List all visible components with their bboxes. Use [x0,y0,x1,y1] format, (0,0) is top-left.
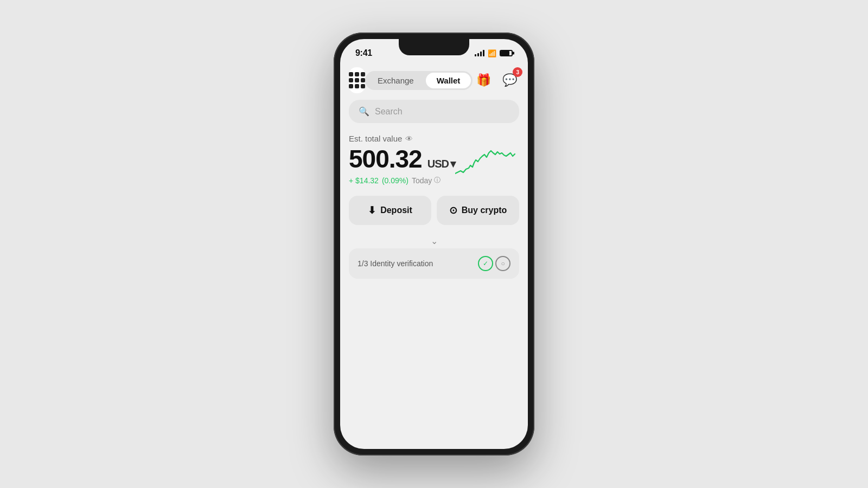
chat-button[interactable]: 💬 3 [499,69,520,91]
deposit-label: Deposit [380,206,412,215]
tab-exchange[interactable]: Exchange [367,73,425,88]
gift-button[interactable]: 🎁 [473,69,494,91]
search-wrap: 🔍 Search [349,100,519,123]
balance-amount: 500.32 USD ▾ [349,146,455,171]
chat-badge: 3 [513,67,522,77]
tab-group: Exchange Wallet [365,71,473,90]
grid-menu-button[interactable] [349,67,365,93]
identity-text: 1/3 Identity verification [358,259,433,268]
change-today: Today ⓘ [412,176,441,185]
eye-icon[interactable]: 👁 [405,134,413,143]
grid-icon [349,72,365,88]
chevron-down-icon[interactable]: ⌄ [431,236,438,246]
chart-svg [455,141,520,184]
balance-row: 500.32 USD ▾ + $14.32 (0.09%) Today ⓘ [349,146,519,185]
search-placeholder: Search [375,107,403,117]
status-icons: 📶 [475,49,513,57]
deposit-button[interactable]: ⬇ Deposit [349,196,431,225]
deposit-icon: ⬇ [368,204,376,216]
identity-section[interactable]: 1/3 Identity verification ✓ ○ [349,248,519,279]
search-bar[interactable]: 🔍 Search [349,100,519,123]
gift-icon: 🎁 [476,73,491,87]
phone-notch [399,39,469,55]
buy-crypto-icon: ⊙ [449,204,457,216]
buy-crypto-label: Buy crypto [462,206,507,215]
app-content: Exchange Wallet 🎁 💬 3 🔍 Sear [340,63,528,449]
buy-crypto-button[interactable]: ⊙ Buy crypto [437,196,519,225]
nav-actions: 🎁 💬 3 [473,69,520,91]
search-icon: 🔍 [359,106,369,117]
phone-frame: 9:41 📶 [334,33,534,455]
tab-wallet[interactable]: Wallet [426,73,471,88]
check-circle-1: ✓ [478,256,493,271]
identity-icons: ✓ ○ [478,256,510,271]
balance-left: 500.32 USD ▾ + $14.32 (0.09%) Today ⓘ [349,146,455,185]
action-buttons: ⬇ Deposit ⊙ Buy crypto [349,196,519,225]
balance-section: Est. total value 👁 500.32 USD ▾ [349,132,519,194]
chevron-row: ⌄ [349,234,519,248]
mini-chart [455,141,520,184]
battery-icon [500,50,513,56]
info-icon: ⓘ [434,176,441,185]
balance-value: 500.32 [349,146,422,171]
status-time: 9:41 [355,48,372,58]
wifi-icon: 📶 [488,49,496,57]
signal-icon [475,50,484,56]
change-row: + $14.32 (0.09%) Today ⓘ [349,176,455,185]
dropdown-arrow: ▾ [450,158,455,169]
change-percent: (0.09%) [382,176,409,185]
currency-selector[interactable]: USD ▾ [427,158,455,169]
phone-screen: 9:41 📶 [340,39,528,449]
change-amount: + $14.32 [349,176,379,185]
check-circle-2: ○ [495,256,510,271]
top-nav: Exchange Wallet 🎁 💬 3 [349,63,519,100]
